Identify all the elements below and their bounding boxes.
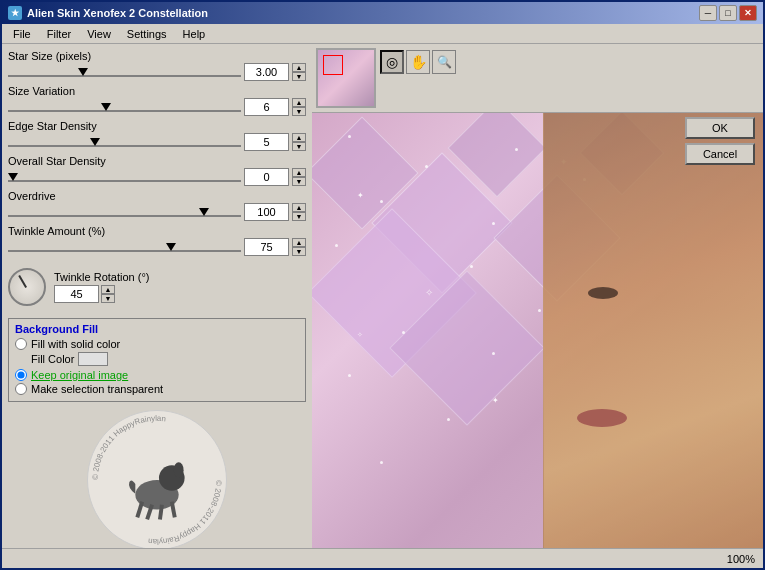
sparkle [335, 244, 338, 247]
overdrive-track[interactable] [8, 203, 241, 221]
dog-leg3 [160, 505, 162, 520]
fill-color-swatch[interactable] [78, 352, 108, 366]
twinkle-amount-row: Twinkle Amount (%) 75 ▲ ▼ [8, 225, 306, 256]
dog-ear [174, 462, 184, 478]
action-buttons: OK Cancel [685, 117, 755, 165]
menu-help[interactable]: Help [176, 26, 213, 42]
main-window: ★ Alien Skin Xenofex 2 Constellation ─ □… [0, 0, 765, 570]
size-variation-row: Size Variation 6 ▲ ▼ [8, 85, 306, 116]
hand-tool-button[interactable]: ◎ [380, 50, 404, 74]
star-size-value[interactable]: 3.00 [244, 63, 289, 81]
size-variation-spinner: ▲ ▼ [292, 98, 306, 116]
make-transparent-row: Make selection transparent [15, 383, 299, 395]
sparkle [447, 418, 450, 421]
star-size-controls: 3.00 ▲ ▼ [8, 63, 306, 81]
overdrive-controls: 100 ▲ ▼ [8, 203, 306, 221]
cancel-button[interactable]: Cancel [685, 143, 755, 165]
fill-solid-radio[interactable] [15, 338, 27, 350]
keep-original-radio[interactable] [15, 369, 27, 381]
star-size-track[interactable] [8, 63, 241, 81]
rotation-value-row: 45 ▲ ▼ [54, 285, 150, 303]
rotation-up[interactable]: ▲ [101, 285, 115, 294]
overall-star-density-spinner: ▲ ▼ [292, 168, 306, 186]
rotation-controls: Twinkle Rotation (°) 45 ▲ ▼ [54, 271, 150, 303]
background-fill-title: Background Fill [15, 323, 299, 335]
twinkle-amount-thumb[interactable] [166, 243, 176, 251]
overdrive-value[interactable]: 100 [244, 203, 289, 221]
size-variation-label: Size Variation [8, 85, 306, 97]
twinkle-amount-value[interactable]: 75 [244, 238, 289, 256]
size-variation-up[interactable]: ▲ [292, 98, 306, 107]
overall-star-density-down[interactable]: ▼ [292, 177, 306, 186]
size-variation-value[interactable]: 6 [244, 98, 289, 116]
title-bar-buttons: ─ □ ✕ [699, 5, 757, 21]
main-content: Star Size (pixels) 3.00 ▲ ▼ Size Variati… [2, 44, 763, 548]
overall-star-density-up[interactable]: ▲ [292, 168, 306, 177]
dog-leg4 [172, 502, 175, 518]
overdrive-down[interactable]: ▼ [292, 212, 306, 221]
rotation-value[interactable]: 45 [54, 285, 99, 303]
fill-color-row: Fill Color [15, 352, 299, 366]
edge-star-density-controls: 5 ▲ ▼ [8, 133, 306, 151]
eye-shape [588, 287, 618, 299]
lip-shape [577, 409, 627, 427]
fill-color-label: Fill Color [31, 353, 74, 365]
watermark-area: © 2008-2011 HappyRainylan © 2008-2011 Ha… [8, 406, 306, 548]
rotation-down[interactable]: ▼ [101, 294, 115, 303]
size-variation-down[interactable]: ▼ [292, 107, 306, 116]
overdrive-spinner: ▲ ▼ [292, 203, 306, 221]
twinkle-amount-down[interactable]: ▼ [292, 247, 306, 256]
edge-star-density-up[interactable]: ▲ [292, 133, 306, 142]
preview-main[interactable]: OK Cancel [312, 113, 763, 548]
preview-thumbnail[interactable] [316, 48, 376, 108]
make-transparent-radio[interactable] [15, 383, 27, 395]
sparkle [380, 461, 383, 464]
star-size-up[interactable]: ▲ [292, 63, 306, 72]
overall-star-density-thumb[interactable] [8, 173, 18, 181]
star-size-down[interactable]: ▼ [292, 72, 306, 81]
size-variation-thumb[interactable] [101, 103, 111, 111]
edge-star-density-thumb[interactable] [90, 138, 100, 146]
edge-star-density-row: Edge Star Density 5 ▲ ▼ [8, 120, 306, 151]
rotation-section: Twinkle Rotation (°) 45 ▲ ▼ [8, 268, 306, 306]
tool-bar: ◎ ✋ 🔍 [380, 48, 456, 74]
edge-star-density-track[interactable] [8, 133, 241, 151]
overdrive-thumb[interactable] [199, 208, 209, 216]
maximize-button[interactable]: □ [719, 5, 737, 21]
twinkle-amount-spinner: ▲ ▼ [292, 238, 306, 256]
edge-star-density-label: Edge Star Density [8, 120, 306, 132]
overall-star-density-track[interactable] [8, 168, 241, 186]
zoom-tool-button[interactable]: 🔍 [432, 50, 456, 74]
menu-file[interactable]: File [6, 26, 38, 42]
twinkle-amount-controls: 75 ▲ ▼ [8, 238, 306, 256]
preview-background: ✦ ✧ ✦ ✦ ✧ [312, 113, 763, 548]
overall-star-density-value[interactable]: 0 [244, 168, 289, 186]
star-size-thumb[interactable] [78, 68, 88, 76]
overall-star-density-controls: 0 ▲ ▼ [8, 168, 306, 186]
right-panel: ◎ ✋ 🔍 OK Cancel [312, 44, 763, 548]
size-variation-track[interactable] [8, 98, 241, 116]
star-size-spinner: ▲ ▼ [292, 63, 306, 81]
rotation-spinner: ▲ ▼ [101, 285, 115, 303]
menu-bar: File Filter View Settings Help [2, 24, 763, 44]
menu-settings[interactable]: Settings [120, 26, 174, 42]
sparkle [348, 374, 351, 377]
twinkle-amount-label: Twinkle Amount (%) [8, 225, 306, 237]
overdrive-up[interactable]: ▲ [292, 203, 306, 212]
window-title: Alien Skin Xenofex 2 Constellation [27, 7, 208, 19]
pan-tool-button[interactable]: ✋ [406, 50, 430, 74]
ok-button[interactable]: OK [685, 117, 755, 139]
edge-star-density-down[interactable]: ▼ [292, 142, 306, 151]
menu-filter[interactable]: Filter [40, 26, 78, 42]
dog-tail [129, 480, 135, 493]
title-bar: ★ Alien Skin Xenofex 2 Constellation ─ □… [2, 2, 763, 24]
rotation-dial[interactable] [8, 268, 46, 306]
edge-star-density-value[interactable]: 5 [244, 133, 289, 151]
background-fill-section: Background Fill Fill with solid color Fi… [8, 318, 306, 402]
minimize-button[interactable]: ─ [699, 5, 717, 21]
size-variation-controls: 6 ▲ ▼ [8, 98, 306, 116]
close-button[interactable]: ✕ [739, 5, 757, 21]
twinkle-amount-up[interactable]: ▲ [292, 238, 306, 247]
menu-view[interactable]: View [80, 26, 118, 42]
twinkle-amount-track[interactable] [8, 238, 241, 256]
